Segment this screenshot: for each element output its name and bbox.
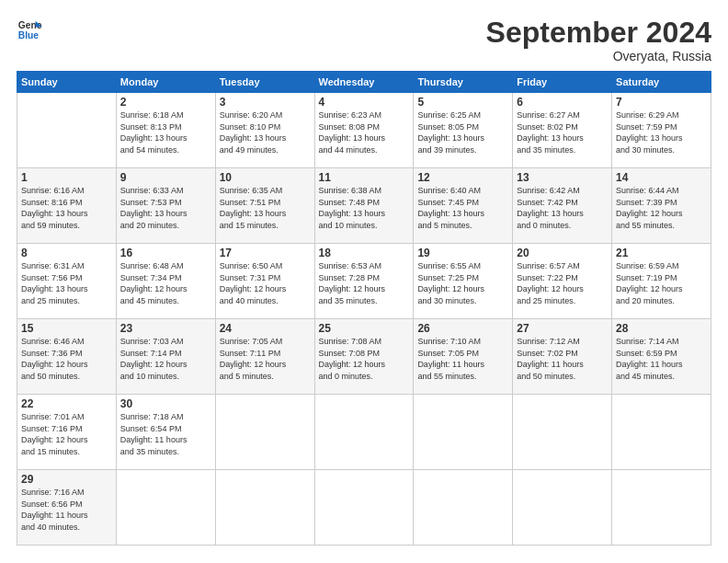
day-number: 2: [120, 96, 211, 109]
calendar-cell: 24Sunrise: 7:05 AM Sunset: 7:11 PM Dayli…: [215, 319, 314, 395]
day-info: Sunrise: 7:12 AM Sunset: 7:02 PM Dayligh…: [517, 336, 608, 382]
day-info: Sunrise: 6:44 AM Sunset: 7:39 PM Dayligh…: [616, 185, 707, 231]
logo-icon: General Blue: [17, 17, 42, 42]
location: Overyata, Russia: [486, 49, 711, 63]
calendar-cell: 29Sunrise: 7:16 AM Sunset: 6:56 PM Dayli…: [17, 470, 117, 546]
day-number: 27: [517, 322, 608, 335]
logo: General Blue: [17, 17, 42, 42]
day-number: 15: [21, 322, 112, 335]
calendar-cell: 2Sunrise: 6:18 AM Sunset: 8:13 PM Daylig…: [116, 93, 215, 168]
calendar-cell: 4Sunrise: 6:23 AM Sunset: 8:08 PM Daylig…: [314, 93, 414, 168]
day-info: Sunrise: 6:59 AM Sunset: 7:19 PM Dayligh…: [616, 260, 707, 306]
calendar-cell: 13Sunrise: 6:42 AM Sunset: 7:42 PM Dayli…: [513, 168, 612, 244]
day-info: Sunrise: 6:20 AM Sunset: 8:10 PM Dayligh…: [220, 109, 311, 155]
calendar-cell: 3Sunrise: 6:20 AM Sunset: 8:10 PM Daylig…: [215, 93, 314, 168]
week-row-5: 29Sunrise: 7:16 AM Sunset: 6:56 PM Dayli…: [17, 470, 711, 546]
day-info: Sunrise: 7:03 AM Sunset: 7:14 PM Dayligh…: [120, 336, 211, 382]
day-number: 3: [220, 96, 311, 109]
day-info: Sunrise: 6:16 AM Sunset: 8:16 PM Dayligh…: [21, 185, 112, 231]
day-info: Sunrise: 7:08 AM Sunset: 7:08 PM Dayligh…: [319, 336, 410, 382]
day-info: Sunrise: 6:55 AM Sunset: 7:25 PM Dayligh…: [417, 260, 508, 306]
day-number: 17: [220, 247, 311, 259]
day-number: 22: [21, 397, 112, 410]
week-row-0: 2Sunrise: 6:18 AM Sunset: 8:13 PM Daylig…: [17, 93, 711, 168]
calendar-cell: 14Sunrise: 6:44 AM Sunset: 7:39 PM Dayli…: [612, 168, 711, 244]
calendar-cell: 20Sunrise: 6:57 AM Sunset: 7:22 PM Dayli…: [513, 244, 612, 319]
calendar-cell: 28Sunrise: 7:14 AM Sunset: 6:59 PM Dayli…: [612, 319, 711, 395]
day-number: 28: [616, 322, 707, 335]
day-info: Sunrise: 7:10 AM Sunset: 7:05 PM Dayligh…: [417, 336, 508, 382]
day-number: 19: [417, 247, 508, 259]
day-info: Sunrise: 6:33 AM Sunset: 7:53 PM Dayligh…: [120, 185, 211, 231]
calendar-cell: 1Sunrise: 6:16 AM Sunset: 8:16 PM Daylig…: [17, 168, 117, 244]
svg-text:Blue: Blue: [18, 30, 40, 40]
calendar-cell: 19Sunrise: 6:55 AM Sunset: 7:25 PM Dayli…: [414, 244, 513, 319]
calendar-table: Sunday Monday Tuesday Wednesday Thursday…: [17, 71, 711, 546]
calendar-cell: 7Sunrise: 6:29 AM Sunset: 7:59 PM Daylig…: [612, 93, 711, 168]
calendar-cell: [513, 470, 612, 546]
day-info: Sunrise: 6:46 AM Sunset: 7:36 PM Dayligh…: [21, 336, 112, 382]
calendar-cell: 18Sunrise: 6:53 AM Sunset: 7:28 PM Dayli…: [314, 244, 414, 319]
calendar-cell: 5Sunrise: 6:25 AM Sunset: 8:05 PM Daylig…: [414, 93, 513, 168]
month-title: September 2024: [486, 17, 711, 49]
calendar-cell: 16Sunrise: 6:48 AM Sunset: 7:34 PM Dayli…: [116, 244, 215, 319]
calendar-cell: 25Sunrise: 7:08 AM Sunset: 7:08 PM Dayli…: [314, 319, 414, 395]
day-number: 1: [21, 171, 112, 184]
week-row-1: 1Sunrise: 6:16 AM Sunset: 8:16 PM Daylig…: [17, 168, 711, 244]
day-number: 29: [21, 473, 112, 486]
day-info: Sunrise: 7:18 AM Sunset: 6:54 PM Dayligh…: [120, 411, 211, 457]
day-number: 4: [319, 96, 410, 109]
day-info: Sunrise: 7:16 AM Sunset: 6:56 PM Dayligh…: [21, 487, 112, 533]
day-number: 8: [21, 247, 112, 259]
calendar-cell: 26Sunrise: 7:10 AM Sunset: 7:05 PM Dayli…: [414, 319, 513, 395]
calendar-cell: 15Sunrise: 6:46 AM Sunset: 7:36 PM Dayli…: [17, 319, 117, 395]
calendar-cell: [513, 395, 612, 470]
day-info: Sunrise: 6:23 AM Sunset: 8:08 PM Dayligh…: [319, 109, 410, 155]
day-info: Sunrise: 6:42 AM Sunset: 7:42 PM Dayligh…: [517, 185, 608, 231]
day-info: Sunrise: 6:40 AM Sunset: 7:45 PM Dayligh…: [417, 185, 508, 231]
day-number: 16: [120, 247, 211, 259]
day-info: Sunrise: 7:05 AM Sunset: 7:11 PM Dayligh…: [220, 336, 311, 382]
calendar-cell: 22Sunrise: 7:01 AM Sunset: 7:16 PM Dayli…: [17, 395, 117, 470]
calendar-cell: 9Sunrise: 6:33 AM Sunset: 7:53 PM Daylig…: [116, 168, 215, 244]
header-sunday: Sunday: [17, 72, 117, 93]
day-number: 26: [417, 322, 508, 335]
calendar-cell: [612, 395, 711, 470]
day-number: 18: [319, 247, 410, 259]
calendar-cell: 30Sunrise: 7:18 AM Sunset: 6:54 PM Dayli…: [116, 395, 215, 470]
day-info: Sunrise: 6:18 AM Sunset: 8:13 PM Dayligh…: [120, 109, 211, 155]
calendar-cell: 11Sunrise: 6:38 AM Sunset: 7:48 PM Dayli…: [314, 168, 414, 244]
week-row-2: 8Sunrise: 6:31 AM Sunset: 7:56 PM Daylig…: [17, 244, 711, 319]
title-block: September 2024 Overyata, Russia: [486, 17, 711, 63]
calendar-cell: 6Sunrise: 6:27 AM Sunset: 8:02 PM Daylig…: [513, 93, 612, 168]
day-number: 6: [517, 96, 608, 109]
calendar-cell: 17Sunrise: 6:50 AM Sunset: 7:31 PM Dayli…: [215, 244, 314, 319]
header-friday: Friday: [513, 72, 612, 93]
calendar-cell: 10Sunrise: 6:35 AM Sunset: 7:51 PM Dayli…: [215, 168, 314, 244]
calendar-cell: 27Sunrise: 7:12 AM Sunset: 7:02 PM Dayli…: [513, 319, 612, 395]
day-number: 14: [616, 171, 707, 184]
day-info: Sunrise: 6:25 AM Sunset: 8:05 PM Dayligh…: [417, 109, 508, 155]
calendar-cell: [414, 470, 513, 546]
calendar-cell: [612, 470, 711, 546]
header-monday: Monday: [116, 72, 215, 93]
day-number: 11: [319, 171, 410, 184]
weekday-header-row: Sunday Monday Tuesday Wednesday Thursday…: [17, 72, 711, 93]
header-thursday: Thursday: [414, 72, 513, 93]
day-info: Sunrise: 6:29 AM Sunset: 7:59 PM Dayligh…: [616, 109, 707, 155]
day-number: 23: [120, 322, 211, 335]
day-info: Sunrise: 6:38 AM Sunset: 7:48 PM Dayligh…: [319, 185, 410, 231]
header-wednesday: Wednesday: [314, 72, 414, 93]
day-number: 10: [220, 171, 311, 184]
header: General Blue September 2024 Overyata, Ru…: [17, 17, 711, 63]
day-info: Sunrise: 6:31 AM Sunset: 7:56 PM Dayligh…: [21, 260, 112, 306]
calendar-page: General Blue September 2024 Overyata, Ru…: [0, 0, 728, 563]
calendar-cell: [215, 470, 314, 546]
day-number: 9: [120, 171, 211, 184]
calendar-cell: [215, 395, 314, 470]
calendar-cell: [414, 395, 513, 470]
calendar-cell: 21Sunrise: 6:59 AM Sunset: 7:19 PM Dayli…: [612, 244, 711, 319]
day-info: Sunrise: 7:01 AM Sunset: 7:16 PM Dayligh…: [21, 411, 112, 457]
week-row-4: 22Sunrise: 7:01 AM Sunset: 7:16 PM Dayli…: [17, 395, 711, 470]
calendar-cell: [314, 470, 414, 546]
